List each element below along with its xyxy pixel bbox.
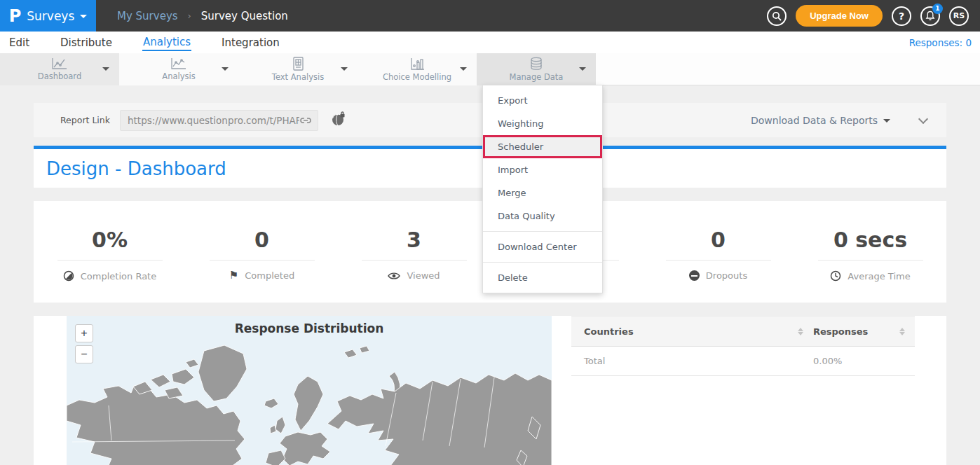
link-icon[interactable]	[299, 116, 312, 125]
response-distribution-card: Response Distribution + −	[34, 316, 946, 465]
stat-label: Viewed	[407, 270, 440, 281]
menu-divider	[483, 262, 602, 263]
menu-item-import[interactable]: Import	[483, 158, 602, 181]
stat-label: Completion Rate	[81, 271, 156, 282]
page-title: Design - Dashboard	[46, 158, 226, 179]
sort-icon[interactable]	[899, 328, 905, 335]
breadcrumb-current: Survey Question	[201, 10, 288, 22]
tab-label: Analysis	[162, 71, 195, 81]
menu-item-export[interactable]: Export	[483, 89, 602, 112]
avatar-initials: RS	[953, 11, 965, 20]
eye-icon	[388, 272, 400, 280]
tab-text-analysis[interactable]: Text Analysis	[238, 53, 358, 85]
tab-label: Choice Modelling	[383, 72, 451, 82]
stat-value: 0	[254, 228, 269, 254]
product-switcher[interactable]: P Surveys	[0, 0, 96, 32]
countries-table: Countries Responses Total 0.00%	[571, 316, 915, 376]
questionpro-logo-icon: P	[9, 8, 22, 25]
world-map	[67, 335, 552, 465]
column-header-responses[interactable]: Responses	[813, 326, 868, 337]
analysis-chart-icon	[170, 57, 187, 70]
menu-item-weighting[interactable]: Weighting	[483, 112, 602, 135]
menu-divider	[483, 231, 602, 232]
breadcrumb: My Surveys › Survey Question	[117, 10, 288, 22]
nav-item-analytics[interactable]: Analytics	[142, 34, 191, 51]
menu-item-delete[interactable]: Delete	[483, 266, 602, 289]
stat-divider	[818, 260, 923, 261]
table-header-row: Countries Responses	[571, 316, 915, 347]
responses-count: Responses: 0	[909, 37, 972, 48]
top-bar: P Surveys My Surveys › Survey Question U…	[0, 0, 980, 32]
tab-manage-data[interactable]: Manage Data	[477, 53, 596, 85]
stat-completion-rate: 0% Completion Rate	[34, 201, 186, 303]
tab-label: Dashboard	[38, 71, 81, 81]
survey-nav: Edit Distribute Analytics Integration Re…	[0, 32, 980, 53]
tab-dashboard[interactable]: Dashboard	[0, 53, 119, 85]
stat-dropouts: 0 Dropouts	[642, 201, 794, 303]
manage-data-menu: Export Weighting Scheduler Import Merge …	[482, 85, 603, 293]
tab-choice-modelling[interactable]: Choice Modelling	[358, 53, 477, 85]
chevron-down-icon[interactable]	[579, 67, 586, 71]
analytics-toolbar: Dashboard Analysis Text Analysis Choice …	[0, 53, 980, 85]
breadcrumb-my-surveys[interactable]: My Surveys	[117, 10, 178, 22]
text-analysis-icon	[291, 57, 305, 71]
nav-item-distribute[interactable]: Distribute	[60, 35, 113, 50]
flag-icon: ⚑	[229, 270, 238, 281]
menu-item-data-quality[interactable]: Data Quality	[483, 204, 602, 228]
chevron-down-icon[interactable]	[102, 67, 109, 71]
map-title: Response Distribution	[67, 321, 552, 335]
stat-value: 3	[407, 228, 421, 254]
notifications-button[interactable]: 1	[920, 6, 940, 26]
stat-label: Dropouts	[706, 270, 747, 281]
column-header-countries[interactable]: Countries	[584, 326, 634, 337]
breadcrumb-separator-icon: ›	[188, 11, 191, 21]
chevron-down-icon	[80, 15, 87, 18]
dashboard-chart-icon	[51, 57, 68, 70]
chevron-down-icon[interactable]	[222, 67, 229, 71]
table-row: Total 0.00%	[571, 347, 915, 376]
collapse-chevron-icon[interactable]	[918, 113, 928, 123]
clock-icon	[830, 270, 841, 282]
app-window: P Surveys My Surveys › Survey Question U…	[0, 0, 980, 465]
chevron-down-icon[interactable]	[341, 67, 348, 71]
notification-badge: 1	[932, 4, 943, 14]
menu-item-download-center[interactable]: Download Center	[483, 235, 602, 258]
nav-item-edit[interactable]: Edit	[8, 35, 30, 50]
database-icon	[529, 57, 543, 71]
report-url-box[interactable]	[120, 110, 318, 131]
row-label-total: Total	[584, 356, 605, 366]
menu-item-merge[interactable]: Merge	[483, 181, 602, 204]
tab-analysis[interactable]: Analysis	[119, 53, 238, 85]
stat-divider	[210, 260, 315, 261]
stat-divider	[666, 260, 771, 261]
menu-item-scheduler[interactable]: Scheduler	[483, 135, 602, 158]
question-mark-icon: ?	[899, 11, 904, 22]
stat-completed: 0 ⚑ Completed	[186, 201, 338, 303]
minus-circle-icon	[689, 270, 700, 281]
response-map-panel[interactable]: Response Distribution + −	[67, 316, 552, 465]
chevron-down-icon[interactable]	[460, 67, 467, 71]
topbar-actions: Upgrade Now ? 1 RS	[767, 5, 980, 27]
nav-item-integration[interactable]: Integration	[221, 35, 280, 50]
stat-value: 0 secs	[833, 228, 907, 254]
search-button[interactable]	[767, 6, 787, 26]
tab-label: Text Analysis	[272, 72, 324, 82]
stat-divider	[57, 260, 163, 261]
choice-modelling-icon	[409, 57, 425, 71]
tab-label: Manage Data	[510, 72, 564, 82]
link-privacy-button[interactable]	[331, 111, 346, 130]
download-data-reports-dropdown[interactable]: Download Data & Reports	[751, 115, 890, 126]
globe-lock-icon	[331, 111, 346, 127]
upgrade-now-button[interactable]: Upgrade Now	[796, 5, 883, 27]
search-icon	[772, 11, 782, 21]
report-link-label: Report Link	[60, 115, 110, 125]
stat-label: Completed	[245, 270, 294, 281]
report-url-input[interactable]	[128, 115, 299, 126]
stat-label: Average Time	[848, 271, 910, 282]
stat-divider	[362, 260, 467, 261]
sort-icon[interactable]	[798, 328, 803, 335]
user-avatar[interactable]: RS	[949, 6, 969, 26]
stat-viewed: 3 Viewed	[338, 201, 490, 303]
completion-rate-icon	[63, 270, 74, 282]
help-button[interactable]: ?	[892, 6, 911, 26]
